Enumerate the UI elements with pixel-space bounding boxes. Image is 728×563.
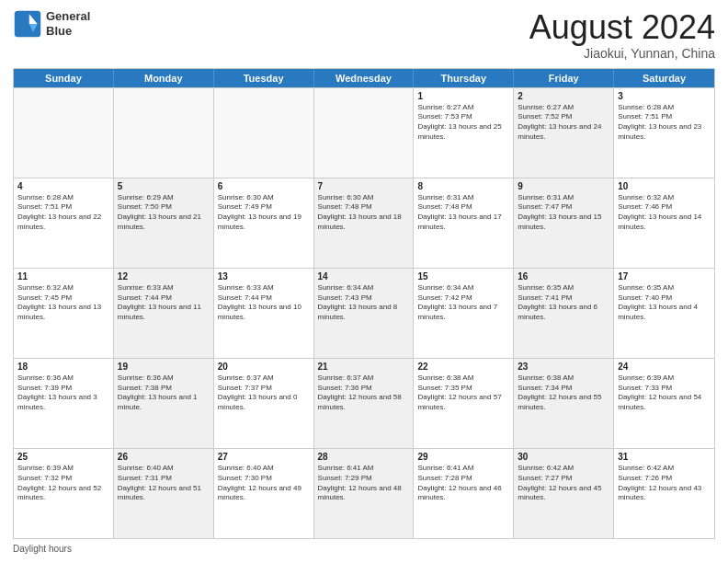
cal-cell-11: 11Sunrise: 6:32 AM Sunset: 7:45 PM Dayli… bbox=[14, 269, 114, 358]
cal-cell-25: 25Sunrise: 6:39 AM Sunset: 7:32 PM Dayli… bbox=[14, 449, 114, 538]
day-number: 12 bbox=[118, 271, 210, 282]
logo-line2: Blue bbox=[46, 24, 90, 39]
day-number: 8 bbox=[417, 181, 509, 191]
calendar-body: 1Sunrise: 6:27 AM Sunset: 7:53 PM Daylig… bbox=[14, 87, 714, 538]
day-info: Sunrise: 6:35 AM Sunset: 7:41 PM Dayligh… bbox=[518, 283, 609, 323]
logo-text: General Blue bbox=[46, 9, 90, 38]
header-day-monday: Monday bbox=[114, 69, 214, 87]
cal-cell-10: 10Sunrise: 6:32 AM Sunset: 7:46 PM Dayli… bbox=[614, 178, 714, 268]
day-number: 18 bbox=[17, 362, 109, 372]
day-number: 6 bbox=[218, 181, 310, 191]
day-number: 2 bbox=[518, 91, 609, 101]
day-number: 1 bbox=[417, 91, 509, 101]
day-info: Sunrise: 6:27 AM Sunset: 7:53 PM Dayligh… bbox=[417, 103, 509, 143]
day-number: 19 bbox=[118, 362, 210, 372]
day-number: 29 bbox=[417, 452, 509, 462]
day-number: 11 bbox=[17, 271, 109, 282]
cal-cell-9: 9Sunrise: 6:31 AM Sunset: 7:47 PM Daylig… bbox=[514, 178, 614, 268]
day-info: Sunrise: 6:39 AM Sunset: 7:32 PM Dayligh… bbox=[17, 464, 109, 503]
cal-cell-2: 2Sunrise: 6:27 AM Sunset: 7:52 PM Daylig… bbox=[514, 88, 614, 178]
cal-cell-empty bbox=[14, 88, 114, 178]
day-info: Sunrise: 6:37 AM Sunset: 7:36 PM Dayligh… bbox=[318, 373, 410, 413]
cal-cell-24: 24Sunrise: 6:39 AM Sunset: 7:33 PM Dayli… bbox=[614, 359, 714, 448]
month-title: August 2024 bbox=[529, 9, 715, 46]
day-info: Sunrise: 6:28 AM Sunset: 7:51 PM Dayligh… bbox=[618, 103, 711, 143]
day-number: 7 bbox=[318, 181, 410, 191]
day-info: Sunrise: 6:30 AM Sunset: 7:48 PM Dayligh… bbox=[318, 193, 410, 233]
day-number: 16 bbox=[518, 271, 609, 282]
day-info: Sunrise: 6:41 AM Sunset: 7:28 PM Dayligh… bbox=[417, 464, 509, 503]
logo-line1: General bbox=[46, 9, 90, 24]
day-info: Sunrise: 6:31 AM Sunset: 7:47 PM Dayligh… bbox=[518, 193, 609, 233]
day-info: Sunrise: 6:36 AM Sunset: 7:38 PM Dayligh… bbox=[118, 373, 210, 413]
logo: General Blue bbox=[13, 9, 90, 39]
day-number: 28 bbox=[318, 452, 410, 462]
day-number: 24 bbox=[618, 362, 711, 372]
cal-cell-26: 26Sunrise: 6:40 AM Sunset: 7:31 PM Dayli… bbox=[114, 449, 214, 538]
cal-cell-19: 19Sunrise: 6:36 AM Sunset: 7:38 PM Dayli… bbox=[114, 359, 214, 448]
day-info: Sunrise: 6:42 AM Sunset: 7:26 PM Dayligh… bbox=[618, 464, 711, 503]
cal-cell-23: 23Sunrise: 6:38 AM Sunset: 7:34 PM Dayli… bbox=[514, 359, 614, 448]
day-number: 20 bbox=[218, 362, 310, 372]
cal-cell-15: 15Sunrise: 6:34 AM Sunset: 7:42 PM Dayli… bbox=[414, 269, 514, 358]
day-number: 10 bbox=[618, 181, 711, 191]
day-info: Sunrise: 6:39 AM Sunset: 7:33 PM Dayligh… bbox=[618, 373, 711, 413]
day-number: 31 bbox=[618, 452, 711, 462]
day-info: Sunrise: 6:33 AM Sunset: 7:44 PM Dayligh… bbox=[218, 283, 310, 323]
day-number: 26 bbox=[118, 452, 210, 462]
day-number: 25 bbox=[17, 452, 109, 462]
cal-cell-5: 5Sunrise: 6:29 AM Sunset: 7:50 PM Daylig… bbox=[114, 178, 214, 268]
cal-cell-empty bbox=[214, 88, 314, 178]
day-info: Sunrise: 6:29 AM Sunset: 7:50 PM Dayligh… bbox=[118, 193, 210, 233]
cal-cell-20: 20Sunrise: 6:37 AM Sunset: 7:37 PM Dayli… bbox=[214, 359, 314, 448]
cal-cell-1: 1Sunrise: 6:27 AM Sunset: 7:53 PM Daylig… bbox=[414, 88, 514, 178]
calendar-week-1: 1Sunrise: 6:27 AM Sunset: 7:53 PM Daylig… bbox=[14, 87, 714, 178]
calendar-week-3: 11Sunrise: 6:32 AM Sunset: 7:45 PM Dayli… bbox=[14, 268, 714, 358]
day-number: 21 bbox=[318, 362, 410, 372]
cal-cell-14: 14Sunrise: 6:34 AM Sunset: 7:43 PM Dayli… bbox=[314, 269, 415, 358]
cal-cell-27: 27Sunrise: 6:40 AM Sunset: 7:30 PM Dayli… bbox=[214, 449, 314, 538]
cal-cell-8: 8Sunrise: 6:31 AM Sunset: 7:48 PM Daylig… bbox=[414, 178, 514, 268]
cal-cell-30: 30Sunrise: 6:42 AM Sunset: 7:27 PM Dayli… bbox=[514, 449, 614, 538]
calendar-week-4: 18Sunrise: 6:36 AM Sunset: 7:39 PM Dayli… bbox=[14, 358, 714, 448]
day-info: Sunrise: 6:27 AM Sunset: 7:52 PM Dayligh… bbox=[518, 103, 609, 143]
header-day-wednesday: Wednesday bbox=[314, 69, 415, 87]
day-number: 30 bbox=[518, 452, 609, 462]
day-info: Sunrise: 6:35 AM Sunset: 7:40 PM Dayligh… bbox=[618, 283, 711, 323]
day-number: 13 bbox=[218, 271, 310, 282]
day-info: Sunrise: 6:32 AM Sunset: 7:45 PM Dayligh… bbox=[17, 283, 109, 323]
cal-cell-empty bbox=[314, 88, 415, 178]
day-number: 14 bbox=[318, 271, 410, 282]
calendar-week-5: 25Sunrise: 6:39 AM Sunset: 7:32 PM Dayli… bbox=[14, 448, 714, 538]
header-day-thursday: Thursday bbox=[414, 69, 514, 87]
location: Jiaokui, Yunnan, China bbox=[529, 46, 715, 61]
cal-cell-7: 7Sunrise: 6:30 AM Sunset: 7:48 PM Daylig… bbox=[314, 178, 415, 268]
header-day-friday: Friday bbox=[514, 69, 614, 87]
day-info: Sunrise: 6:36 AM Sunset: 7:39 PM Dayligh… bbox=[17, 373, 109, 413]
day-info: Sunrise: 6:30 AM Sunset: 7:49 PM Dayligh… bbox=[218, 193, 310, 233]
day-number: 27 bbox=[218, 452, 310, 462]
day-info: Sunrise: 6:31 AM Sunset: 7:48 PM Dayligh… bbox=[417, 193, 509, 233]
title-block: August 2024 Jiaokui, Yunnan, China bbox=[529, 9, 715, 61]
day-number: 9 bbox=[518, 181, 609, 191]
cal-cell-17: 17Sunrise: 6:35 AM Sunset: 7:40 PM Dayli… bbox=[614, 269, 714, 358]
day-number: 5 bbox=[118, 181, 210, 191]
calendar-week-2: 4Sunrise: 6:28 AM Sunset: 7:51 PM Daylig… bbox=[14, 178, 714, 268]
page: General Blue August 2024 Jiaokui, Yunnan… bbox=[0, 0, 728, 563]
day-info: Sunrise: 6:34 AM Sunset: 7:42 PM Dayligh… bbox=[417, 283, 509, 323]
day-info: Sunrise: 6:40 AM Sunset: 7:30 PM Dayligh… bbox=[218, 464, 310, 503]
header-day-tuesday: Tuesday bbox=[214, 69, 314, 87]
day-number: 22 bbox=[417, 362, 509, 372]
calendar: SundayMondayTuesdayWednesdayThursdayFrid… bbox=[13, 68, 715, 539]
cal-cell-6: 6Sunrise: 6:30 AM Sunset: 7:49 PM Daylig… bbox=[214, 178, 314, 268]
cal-cell-29: 29Sunrise: 6:41 AM Sunset: 7:28 PM Dayli… bbox=[414, 449, 514, 538]
cal-cell-13: 13Sunrise: 6:33 AM Sunset: 7:44 PM Dayli… bbox=[214, 269, 314, 358]
logo-icon bbox=[13, 9, 42, 39]
day-info: Sunrise: 6:37 AM Sunset: 7:37 PM Dayligh… bbox=[218, 373, 310, 413]
cal-cell-18: 18Sunrise: 6:36 AM Sunset: 7:39 PM Dayli… bbox=[14, 359, 114, 448]
cal-cell-16: 16Sunrise: 6:35 AM Sunset: 7:41 PM Dayli… bbox=[514, 269, 614, 358]
day-number: 23 bbox=[518, 362, 609, 372]
day-info: Sunrise: 6:41 AM Sunset: 7:29 PM Dayligh… bbox=[318, 464, 410, 503]
day-number: 4 bbox=[17, 181, 109, 191]
day-info: Sunrise: 6:38 AM Sunset: 7:34 PM Dayligh… bbox=[518, 373, 609, 413]
